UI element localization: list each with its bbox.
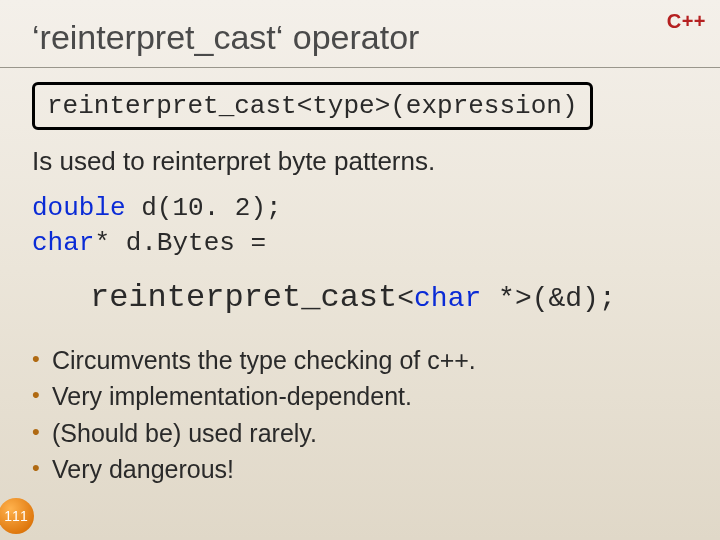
bullet-list: • Circumvents the type checking of c++. … <box>32 342 688 487</box>
syntax-box: reinterpret_cast<type>(expression) <box>32 82 593 130</box>
example-line: reinterpret_cast<char *>(&d); <box>90 279 688 316</box>
code-line-1: double d(10. 2); <box>32 191 688 226</box>
keyword: char <box>32 228 94 258</box>
title-underline <box>0 67 720 68</box>
slide-body: ‘reinterpret_cast‘ operator reinterpret_… <box>0 0 720 487</box>
keyword: double <box>32 193 126 223</box>
code-text: * d.Bytes = <box>94 228 266 258</box>
list-item: • Very implementation-dependent. <box>32 378 688 414</box>
example-tail: *>(&d); <box>481 283 615 314</box>
page-number-badge: 111 <box>0 498 34 534</box>
list-item: • Circumvents the type checking of c++. <box>32 342 688 378</box>
list-item: • Very dangerous! <box>32 451 688 487</box>
language-badge: C++ <box>667 10 706 33</box>
code-block: double d(10. 2); char* d.Bytes = <box>32 191 688 261</box>
bullet-text: (Should be) used rarely. <box>52 415 317 451</box>
description-text: Is used to reinterpret byte patterns. <box>32 146 688 177</box>
code-text: d(10. 2); <box>126 193 282 223</box>
angle-open: < <box>397 283 414 314</box>
example-main: reinterpret_cast <box>90 279 397 316</box>
list-item: • (Should be) used rarely. <box>32 415 688 451</box>
bullet-text: Very implementation-dependent. <box>52 378 412 414</box>
bullet-dot-icon: • <box>32 451 52 484</box>
keyword: char <box>414 283 481 314</box>
bullet-text: Very dangerous! <box>52 451 234 487</box>
code-line-2: char* d.Bytes = <box>32 226 688 261</box>
bullet-dot-icon: • <box>32 415 52 448</box>
bullet-text: Circumvents the type checking of c++. <box>52 342 476 378</box>
bullet-dot-icon: • <box>32 342 52 375</box>
slide-title: ‘reinterpret_cast‘ operator <box>32 18 688 57</box>
bullet-dot-icon: • <box>32 378 52 411</box>
